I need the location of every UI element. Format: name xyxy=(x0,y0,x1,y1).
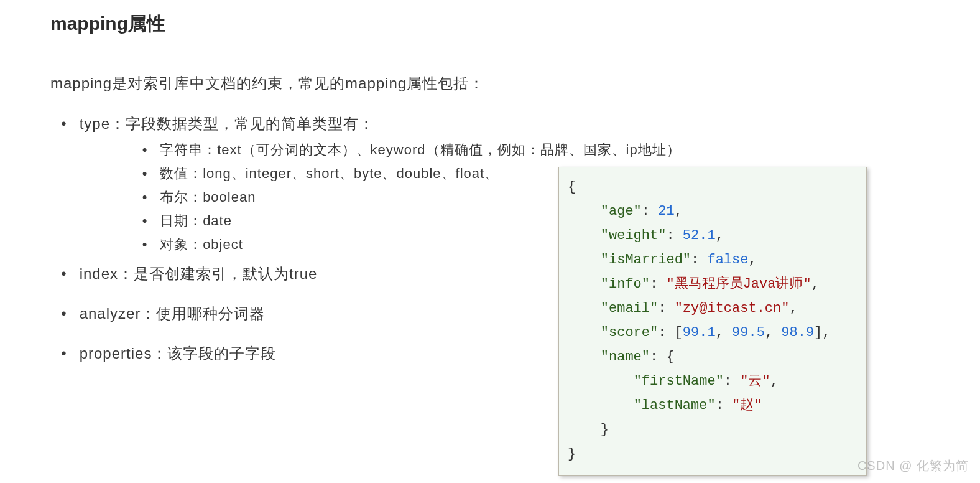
code-line: } xyxy=(568,442,858,466)
code-line: "isMarried": false, xyxy=(568,248,858,272)
code-line: "firstName": "云", xyxy=(568,369,858,393)
sub-bullet-string: • 字符串：text（可分词的文本）、keyword（精确值，例如：品牌、国家、… xyxy=(134,141,681,159)
bullet-dot-icon: • xyxy=(53,265,75,283)
code-line: } xyxy=(568,418,858,442)
sub-bullet-object: • 对象：object xyxy=(134,235,243,254)
sub-bullet-object-label: 对象：object xyxy=(160,237,243,252)
code-line: "name": { xyxy=(568,345,858,369)
code-example: { "age": 21, "weight": 52.1, "isMarried"… xyxy=(558,167,867,476)
bullet-type: • type：字段数据类型，常见的简单类型有： xyxy=(53,114,374,134)
bullet-analyzer-label: analyzer：使用哪种分词器 xyxy=(80,305,266,322)
bullet-properties: • properties：该字段的子字段 xyxy=(53,344,276,363)
bullet-dot-icon: • xyxy=(134,189,155,205)
sub-bullet-number: • 数值：long、integer、short、byte、double、floa… xyxy=(134,164,499,183)
code-line: "score": [99.1, 99.5, 98.9], xyxy=(568,321,858,345)
bullet-dot-icon: • xyxy=(134,237,155,253)
bullet-type-label: type：字段数据类型，常见的简单类型有： xyxy=(80,115,374,132)
sub-bullet-date-label: 日期：date xyxy=(160,213,232,228)
bullet-dot-icon: • xyxy=(53,115,75,133)
code-line: { xyxy=(568,175,858,199)
bullet-index-label: index：是否创建索引，默认为true xyxy=(80,265,318,282)
bullet-dot-icon: • xyxy=(134,166,155,182)
bullet-dot-icon: • xyxy=(53,345,75,362)
intro-text: mapping是对索引库中文档的约束，常见的mapping属性包括： xyxy=(50,73,484,93)
bullet-dot-icon: • xyxy=(53,305,75,322)
code-line: "weight": 52.1, xyxy=(568,223,858,248)
bullet-dot-icon: • xyxy=(134,142,155,158)
sub-bullet-number-label: 数值：long、integer、short、byte、double、float、 xyxy=(160,166,499,181)
bullet-index: • index：是否创建索引，默认为true xyxy=(53,264,317,284)
code-line: "info": "黑马程序员Java讲师", xyxy=(568,272,858,296)
code-line: "email": "zy@itcast.cn", xyxy=(568,296,858,321)
sub-bullet-date: • 日期：date xyxy=(134,212,232,230)
page-title: mapping属性 xyxy=(50,11,165,37)
sub-bullet-string-label: 字符串：text（可分词的文本）、keyword（精确值，例如：品牌、国家、ip… xyxy=(160,142,681,157)
bullet-properties-label: properties：该字段的子字段 xyxy=(80,345,277,362)
bullet-dot-icon: • xyxy=(134,213,155,229)
code-line: "age": 21, xyxy=(568,199,858,223)
code-line: "lastName": "赵" xyxy=(568,393,858,418)
sub-bullet-bool-label: 布尔：boolean xyxy=(160,189,256,205)
watermark: CSDN @ 化繁为简 xyxy=(858,457,969,474)
bullet-analyzer: • analyzer：使用哪种分词器 xyxy=(53,304,265,324)
sub-bullet-bool: • 布尔：boolean xyxy=(134,188,256,207)
